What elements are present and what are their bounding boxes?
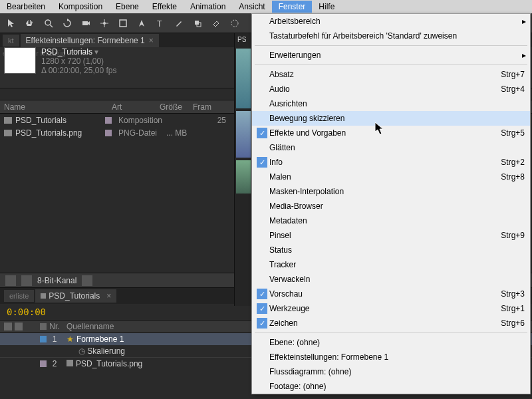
timeline-tab-renderlist[interactable]: erliste	[4, 290, 34, 302]
clone-tool-icon[interactable]	[192, 17, 203, 29]
check-icon: ✓	[257, 289, 267, 299]
menu-item-label: Ausrichten	[269, 99, 525, 108]
dropdown-arrow-icon[interactable]: ▾	[94, 47, 98, 57]
lock-column-icon[interactable]	[15, 323, 23, 331]
selection-tool-icon[interactable]	[5, 17, 17, 29]
menu-effekte[interactable]: Effekte	[146, 1, 184, 13]
menu-item[interactable]: ✓VorschauStrg+3	[252, 287, 530, 301]
row-type: Komposition	[112, 116, 166, 125]
menu-item[interactable]: Masken-Interpolation	[252, 184, 530, 199]
text-tool-icon[interactable]: T	[154, 17, 166, 29]
eye-icon[interactable]	[4, 360, 12, 368]
row-name: PSD_Tutorials	[15, 116, 66, 125]
svg-text:T: T	[157, 19, 162, 28]
menu-item[interactable]: Tracker	[252, 257, 530, 272]
eraser-tool-icon[interactable]	[210, 17, 222, 29]
hand-tool-icon[interactable]	[24, 17, 36, 29]
menu-item[interactable]: Arbeitsbereich▸	[252, 14, 530, 29]
menu-item[interactable]: Bewegung skizzieren	[252, 111, 530, 126]
column-nr[interactable]: Nr.	[47, 322, 63, 331]
menu-bearbeiten[interactable]: Bearbeiten	[0, 1, 52, 13]
stopwatch-icon[interactable]: ◷	[78, 346, 85, 356]
panel-tab-project[interactable]: kt	[3, 35, 19, 47]
close-icon[interactable]: ×	[106, 291, 111, 301]
menu-item-label: Tastaturbefehl für Arbeitsbereich 'Stand…	[269, 31, 525, 41]
pen-tool-icon[interactable]	[136, 17, 148, 29]
project-duration: Δ 00:20:00, 25,00 fps	[41, 66, 116, 75]
menu-item[interactable]: Verwackeln	[252, 272, 530, 287]
menu-item[interactable]: Metadaten	[252, 213, 530, 228]
column-name[interactable]: Name	[4, 102, 25, 112]
camera-tool-icon[interactable]	[80, 17, 92, 29]
project-resolution: 1280 x 720 (1,00)	[41, 57, 116, 66]
menu-shortcut: Strg+2	[501, 158, 525, 167]
menu-komposition[interactable]: Komposition	[52, 1, 109, 13]
timeline-tab-comp[interactable]: PSD_Tutorials×	[35, 289, 116, 303]
eye-icon[interactable]	[4, 335, 12, 343]
composition-thumbnail[interactable]	[4, 47, 36, 74]
menu-item[interactable]: ✓Effekte und VorgabenStrg+5	[252, 126, 530, 140]
menu-item[interactable]: Ebene: (ohne)	[252, 335, 530, 350]
menubar: Bearbeiten Komposition Ebene Effekte Ani…	[0, 0, 532, 13]
menu-item-label: Ebene: (ohne)	[269, 338, 525, 347]
menu-item[interactable]: AbsatzStrg+7	[252, 67, 530, 82]
label-swatch[interactable]	[40, 360, 47, 367]
menu-item[interactable]: Tastaturbefehl für Arbeitsbereich 'Stand…	[252, 29, 530, 43]
menu-ebene[interactable]: Ebene	[109, 1, 146, 13]
eye-column-icon[interactable]	[4, 323, 12, 331]
menu-fenster[interactable]: Fenster	[272, 1, 313, 13]
rotate-tool-icon[interactable]	[61, 17, 73, 29]
menu-item[interactable]: ✓ZeichenStrg+6	[252, 316, 530, 331]
anchor-tool-icon[interactable]	[98, 17, 110, 29]
label-swatch[interactable]	[105, 117, 112, 124]
menu-item[interactable]: Erweiterungen▸	[252, 48, 530, 63]
menu-item[interactable]: PinselStrg+9	[252, 228, 530, 243]
menu-item[interactable]: MalenStrg+8	[252, 170, 530, 184]
menu-item-label: Werkzeuge	[269, 304, 501, 313]
close-icon[interactable]: ×	[149, 36, 154, 45]
label-swatch[interactable]	[105, 130, 112, 136]
menu-item[interactable]: Effekteinstellungen: Formebene 1	[252, 350, 530, 364]
column-size[interactable]: Größe	[160, 102, 193, 112]
menu-item[interactable]: Ausrichten	[252, 96, 530, 111]
menu-shortcut: Strg+4	[501, 84, 525, 94]
column-type[interactable]: Art	[105, 102, 160, 112]
panel-tab-effects[interactable]: Effekteinstellungen: Formebene 1×	[21, 34, 159, 47]
svg-rect-2	[82, 21, 88, 25]
new-comp-icon[interactable]	[21, 275, 32, 286]
menu-item[interactable]: ✓InfoStrg+2	[252, 155, 530, 170]
shape-tool-icon[interactable]	[117, 17, 129, 29]
row-type: PNG-Datei	[112, 128, 166, 138]
folder-icon[interactable]	[5, 275, 16, 286]
menu-item-label: Verwackeln	[269, 275, 525, 284]
trash-icon[interactable]	[82, 275, 92, 286]
menu-item[interactable]: Media-Browser	[252, 199, 530, 213]
check-icon: ✓	[257, 318, 267, 329]
zoom-tool-icon[interactable]	[43, 17, 55, 29]
comp-icon	[4, 117, 12, 124]
file-icon	[66, 360, 73, 366]
menu-item[interactable]: Footage: (ohne)	[252, 379, 530, 394]
menu-item-label: Pinsel	[269, 231, 501, 240]
menu-item[interactable]: Glätten	[252, 140, 530, 155]
column-sourcename[interactable]: Quellenname	[63, 322, 114, 331]
svg-rect-6	[120, 20, 126, 27]
menu-item[interactable]: AudioStrg+4	[252, 82, 530, 96]
bit-depth[interactable]: 8-Bit-Kanal	[37, 276, 76, 285]
menu-item[interactable]: Flussdiagramm: (ohne)	[252, 364, 530, 379]
roto-tool-icon[interactable]	[229, 17, 241, 29]
menu-item-label: Erweiterungen	[269, 51, 525, 60]
comp-tab-label[interactable]: PS	[235, 33, 251, 46]
menu-item[interactable]: Status	[252, 243, 530, 257]
label-swatch[interactable]	[40, 336, 47, 342]
comp-preview-thumb	[236, 49, 251, 108]
column-frames[interactable]: Fram	[193, 102, 219, 112]
brush-tool-icon[interactable]	[173, 17, 185, 29]
menu-hilfe[interactable]: Hilfe	[312, 1, 341, 13]
label-column-icon[interactable]	[40, 323, 47, 330]
menu-item-label: Zeichen	[269, 319, 501, 328]
menu-shortcut: Strg+3	[501, 289, 525, 299]
menu-ansicht[interactable]: Ansicht	[232, 1, 271, 13]
menu-item[interactable]: ✓WerkzeugeStrg+1	[252, 301, 530, 316]
menu-animation[interactable]: Animation	[184, 1, 232, 13]
